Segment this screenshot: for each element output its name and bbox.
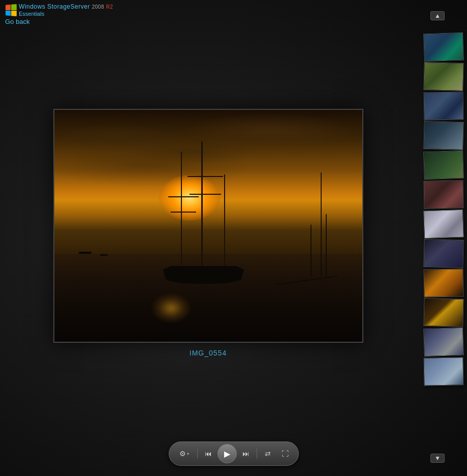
thumbnail-item[interactable] xyxy=(423,328,464,357)
small-boat-1 xyxy=(79,252,91,254)
thumbnail-item[interactable] xyxy=(423,151,464,180)
pier-vertical xyxy=(321,172,322,277)
thumbnail-item[interactable] xyxy=(423,298,463,327)
thumbnail-item[interactable] xyxy=(423,210,464,239)
scroll-up-button[interactable]: ▲ xyxy=(430,11,445,20)
thumbnail-item[interactable] xyxy=(424,180,464,209)
water-reflection xyxy=(151,293,192,323)
thumb-image-4 xyxy=(424,122,463,150)
thumbnail-item[interactable] xyxy=(424,357,464,385)
thumb-image-7 xyxy=(424,210,463,239)
mizzen-mast xyxy=(224,174,225,276)
thumb-image-8 xyxy=(424,240,463,267)
scroll-up-icon: ▲ xyxy=(434,12,441,19)
ship-mast xyxy=(158,121,250,284)
play-icon: ▶ xyxy=(224,449,230,459)
pier-support-1 xyxy=(326,214,327,277)
thumb-image-6 xyxy=(424,181,463,208)
thumb-image-1 xyxy=(424,33,463,62)
brand-essentials: Essentials xyxy=(19,11,113,17)
thumbnail-strip xyxy=(420,31,467,435)
main-mast xyxy=(201,141,203,284)
yard-1 xyxy=(168,196,199,197)
yard-4 xyxy=(190,194,221,195)
pier xyxy=(276,172,337,277)
small-boat-2 xyxy=(100,254,108,256)
thumbnail-item[interactable] xyxy=(424,269,464,297)
fore-mast xyxy=(181,152,182,274)
main-photo-area: IMG_0554 xyxy=(0,31,416,435)
brand-r2: R2 xyxy=(106,4,113,10)
thumb-image-10 xyxy=(424,299,463,326)
next-icon: ⏭ xyxy=(242,450,250,458)
go-back-link[interactable]: Go back xyxy=(5,18,29,25)
shuffle-icon: ⇄ xyxy=(265,450,271,458)
prev-icon: ⏮ xyxy=(205,450,212,458)
fullscreen-icon: ⛶ xyxy=(282,450,289,458)
control-bar: ⚙ ▾ ⏮ ▶ ⏭ ⇄ ⛶ xyxy=(169,441,299,466)
settings-icon: ⚙ xyxy=(179,450,186,458)
next-button[interactable]: ⏭ xyxy=(238,446,254,461)
prev-button[interactable]: ⏮ xyxy=(200,446,216,461)
header: Windows StorageServer 2008 R2 Essentials… xyxy=(0,0,467,28)
settings-arrow-icon: ▾ xyxy=(187,452,189,456)
thumb-image-3 xyxy=(424,92,463,120)
brand-year: 2008 xyxy=(92,4,104,10)
photo-caption: IMG_0554 xyxy=(190,349,227,357)
main-photo xyxy=(54,110,362,342)
thumbnail-item[interactable] xyxy=(424,92,464,120)
thumbnail-item[interactable] xyxy=(423,33,464,62)
thumbnail-item[interactable] xyxy=(423,239,463,268)
ship-hull xyxy=(163,266,244,284)
logo-image: Windows StorageServer 2008 R2 Essentials xyxy=(5,3,113,17)
scroll-down-button[interactable]: ▼ xyxy=(430,454,445,463)
fullscreen-button[interactable]: ⛶ xyxy=(277,446,293,461)
control-divider-1 xyxy=(197,449,198,459)
yard-2 xyxy=(171,212,196,213)
play-button[interactable]: ▶ xyxy=(217,444,237,463)
brand-windows-storage: Windows StorageServer xyxy=(19,3,90,10)
photo-container xyxy=(53,109,363,343)
thumbnail-item[interactable] xyxy=(423,121,463,150)
pier-support-2 xyxy=(310,225,312,277)
scroll-down-icon: ▼ xyxy=(434,455,441,462)
settings-button[interactable]: ⚙ ▾ xyxy=(174,446,195,461)
windows-logo-icon xyxy=(6,4,17,16)
thumb-image-2 xyxy=(424,63,463,91)
thumb-image-11 xyxy=(424,328,463,356)
control-divider-2 xyxy=(257,449,257,459)
thumb-image-12 xyxy=(424,358,463,385)
brand-text: Windows StorageServer 2008 R2 Essentials xyxy=(19,3,113,17)
thumbnail-item[interactable] xyxy=(423,62,463,91)
logo-area: Windows StorageServer 2008 R2 Essentials… xyxy=(5,3,113,25)
yard-3 xyxy=(188,176,223,177)
shuffle-button[interactable]: ⇄ xyxy=(260,446,276,461)
thumb-image-5 xyxy=(424,151,463,180)
thumb-image-9 xyxy=(424,269,463,296)
